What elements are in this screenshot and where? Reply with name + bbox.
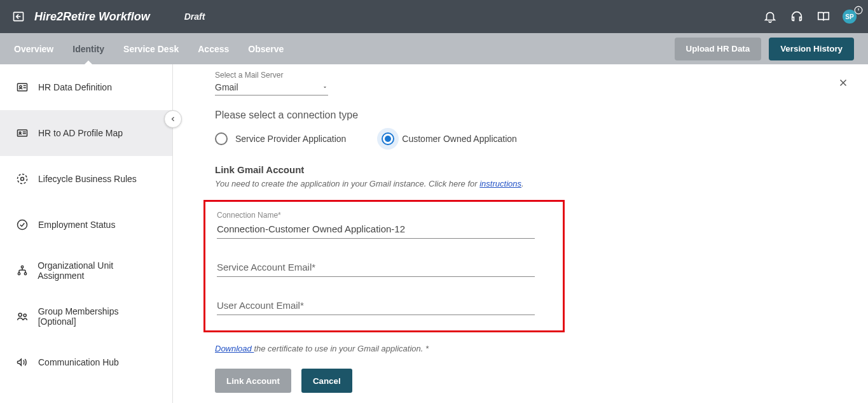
sidebar-item-label: Organizational Unit Assignment	[38, 260, 157, 281]
tab-access[interactable]: Access	[198, 44, 229, 54]
radio-customer-owned-app[interactable]: Customer Owned Application	[382, 132, 517, 145]
headset-icon[interactable]	[789, 9, 804, 24]
sidebar: HR Data Definition HR to AD Profile Map …	[0, 64, 173, 403]
lifecycle-icon	[15, 172, 29, 186]
draft-label: Draft	[184, 11, 205, 22]
svg-point-13	[24, 314, 26, 316]
link-account-heading: Link Gmail Account	[215, 164, 868, 175]
sidebar-item-label: Lifecycle Business Rules	[38, 174, 137, 184]
action-row: Link Account Cancel	[215, 369, 868, 393]
cancel-button[interactable]: Cancel	[301, 369, 352, 393]
svg-point-5	[19, 132, 21, 134]
sidebar-item-ou-assignment[interactable]: Organizational Unit Assignment	[0, 248, 172, 293]
radio-circle-icon	[382, 132, 394, 145]
mail-server-select[interactable]: Gmail	[215, 80, 328, 95]
user-account-email-input[interactable]	[217, 297, 535, 315]
sidebar-item-group-memberships[interactable]: Group Memberships [Optional]	[0, 293, 172, 339]
sidebar-item-employment-status[interactable]: Employment Status	[0, 202, 172, 248]
tab-bar: Overview Identity Service Desk Access Ob…	[0, 33, 868, 64]
bell-icon[interactable]	[762, 9, 778, 24]
tab-identity[interactable]: Identity	[72, 44, 104, 54]
version-history-button[interactable]: Version History	[769, 38, 854, 60]
id-card-icon	[15, 80, 29, 94]
svg-point-10	[18, 272, 20, 274]
check-circle-icon	[15, 218, 29, 232]
avatar-initials: SP	[845, 13, 853, 20]
book-icon[interactable]	[816, 9, 831, 24]
connection-name-label: Connection Name*	[217, 211, 551, 220]
connection-name-input[interactable]	[217, 221, 535, 239]
sidebar-item-label: Group Memberships [Optional]	[38, 306, 157, 327]
svg-point-6	[18, 174, 27, 184]
highlighted-form-box: Connection Name*	[203, 200, 565, 332]
avatar[interactable]: SP	[843, 10, 857, 24]
alert-icon	[854, 6, 863, 17]
sidebar-item-hr-to-ad-profile-map[interactable]: HR to AD Profile Map	[0, 110, 172, 156]
service-account-email-input[interactable]	[217, 259, 535, 277]
svg-point-7	[21, 178, 24, 181]
connection-type-title: Please select a connection type	[215, 110, 868, 121]
svg-point-12	[18, 313, 22, 316]
connection-type-radio-group: Service Provider Application Customer Ow…	[215, 132, 868, 145]
app-title: Hire2Retire Workflow	[34, 10, 150, 24]
sidebar-item-lifecycle-rules[interactable]: Lifecycle Business Rules	[0, 156, 172, 202]
sidebar-item-label: HR Data Definition	[38, 82, 112, 92]
chevron-down-icon	[322, 82, 328, 92]
group-icon	[15, 309, 29, 323]
download-cert-link[interactable]: Download	[215, 344, 254, 353]
link-account-hint: You need to create the application in yo…	[215, 179, 868, 188]
svg-point-8	[18, 220, 27, 230]
download-cert-line: Download the certificate to use in your …	[215, 344, 868, 353]
mail-server-value: Gmail	[215, 82, 238, 92]
megaphone-icon	[15, 355, 29, 369]
svg-rect-4	[18, 130, 27, 136]
upload-hr-data-button[interactable]: Upload HR Data	[675, 38, 762, 60]
svg-point-9	[21, 266, 23, 268]
radio-label: Customer Owned Application	[402, 134, 517, 144]
svg-point-3	[20, 86, 22, 88]
profile-map-icon	[15, 126, 29, 140]
sidebar-item-hr-data-definition[interactable]: HR Data Definition	[0, 64, 172, 110]
sidebar-item-label: HR to AD Profile Map	[38, 128, 123, 138]
close-icon[interactable]	[837, 77, 849, 92]
sidebar-item-communication-hub[interactable]: Communication Hub	[0, 339, 172, 385]
instructions-link[interactable]: instructions	[479, 179, 521, 188]
org-tree-icon	[15, 264, 29, 278]
svg-point-11	[24, 272, 26, 274]
sidebar-item-label: Employment Status	[38, 220, 115, 230]
radio-circle-icon	[215, 132, 228, 145]
radio-label: Service Provider Application	[235, 134, 346, 144]
radio-service-provider-app[interactable]: Service Provider Application	[215, 132, 346, 145]
tab-overview[interactable]: Overview	[14, 44, 53, 54]
top-header: Hire2Retire Workflow Draft SP	[0, 0, 868, 33]
back-icon[interactable]	[11, 10, 25, 24]
tab-service-desk[interactable]: Service Desk	[123, 44, 179, 54]
sidebar-item-label: Communication Hub	[38, 357, 119, 367]
link-account-button[interactable]: Link Account	[215, 369, 291, 393]
collapse-sidebar-button[interactable]	[164, 110, 182, 128]
svg-rect-2	[18, 83, 27, 91]
mail-server-label: Select a Mail Server	[215, 71, 868, 80]
tab-observe[interactable]: Observe	[248, 44, 284, 54]
main-content: Select a Mail Server Gmail Please select…	[173, 64, 868, 403]
